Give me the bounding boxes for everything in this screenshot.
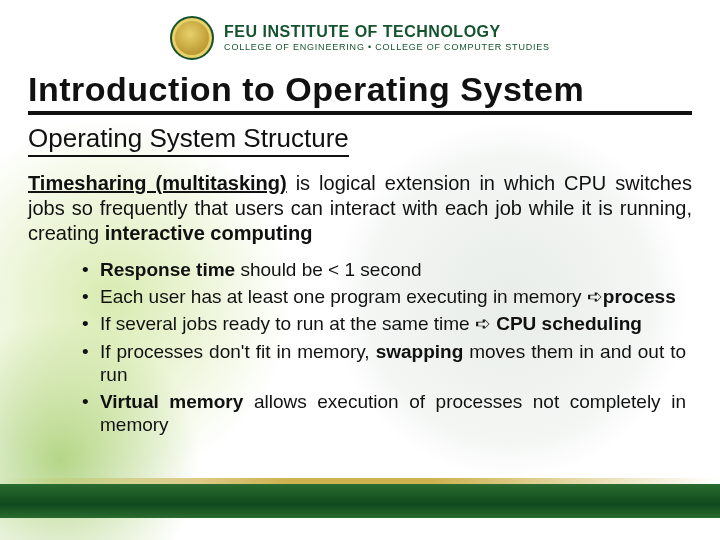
content: Introduction to Operating System Operati… [28, 70, 692, 440]
institution-seal-icon [170, 16, 214, 60]
list-item: Each user has at least one program execu… [82, 285, 686, 308]
arrow-icon: ➪ [587, 286, 603, 307]
bullet-pre: Each user has at least one program execu… [100, 286, 587, 307]
bullet-keyword: Virtual memory [100, 391, 243, 412]
slide: FEU INSTITUTE OF TECHNOLOGY COLLEGE OF E… [0, 0, 720, 540]
header: FEU INSTITUTE OF TECHNOLOGY COLLEGE OF E… [0, 16, 720, 60]
bullet-keyword: Response time [100, 259, 235, 280]
bullet-list: Response time should be < 1 second Each … [82, 258, 686, 436]
list-item: Response time should be < 1 second [82, 258, 686, 281]
slide-subtitle: Operating System Structure [28, 123, 349, 157]
footer-green-bar [0, 484, 720, 518]
arrow-icon: ➪ [475, 313, 491, 334]
bullet-pre: If processes don't fit in memory, [100, 341, 376, 362]
bullet-pre: If several jobs ready to run at the same… [100, 313, 475, 334]
bullet-post: should be < 1 second [235, 259, 421, 280]
slide-title: Introduction to Operating System [28, 70, 692, 115]
institution-name: FEU INSTITUTE OF TECHNOLOGY [224, 24, 550, 40]
intro-tail: interactive computing [105, 222, 313, 244]
bullet-keyword: CPU scheduling [491, 313, 642, 334]
bullet-keyword: process [603, 286, 676, 307]
list-item: Virtual memory allows execution of proce… [82, 390, 686, 436]
intro-lead: Timesharing (multitasking) [28, 172, 287, 194]
bullet-keyword: swapping [376, 341, 464, 362]
institution-subline: COLLEGE OF ENGINEERING • COLLEGE OF COMP… [224, 43, 550, 52]
list-item: If processes don't fit in memory, swappi… [82, 340, 686, 386]
list-item: If several jobs ready to run at the same… [82, 312, 686, 335]
intro-paragraph: Timesharing (multitasking) is logical ex… [28, 171, 692, 246]
institution-block: FEU INSTITUTE OF TECHNOLOGY COLLEGE OF E… [224, 24, 550, 52]
